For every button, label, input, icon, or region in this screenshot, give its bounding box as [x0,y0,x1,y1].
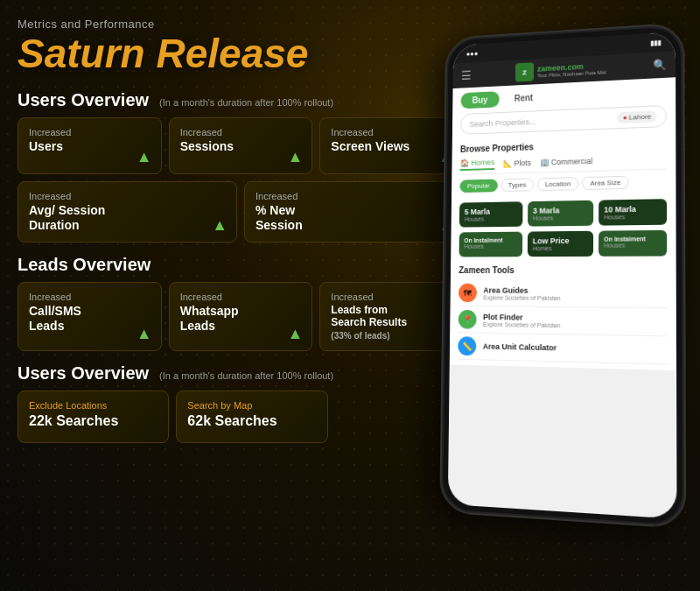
browse-title: Browse Properties [460,137,667,154]
metric-card-call-sms: Increased Call/SMSLeads ▲ [18,282,162,351]
prop-card-3marla[interactable]: 3 Marla Houses [528,201,593,227]
search-label: Search by Map [187,400,316,411]
search-value: 62k Searches [187,413,316,429]
prop-card-10marla[interactable]: 10 Marla Houses [598,199,667,226]
tool-area-unit[interactable]: 📏 Area Unit Calculator [458,333,667,364]
search-label: Exclude Locations [29,400,158,411]
filter-chips: Popular Types Location Area Size [459,175,667,193]
property-grid: 5 Marla Houses 3 Marla Houses 10 Marla H… [451,199,676,257]
card-label: Increased [29,127,150,137]
card-value: Users [29,139,150,154]
search-icon-nav[interactable]: 🔍 [653,59,666,72]
prop-type: Houses [604,214,662,221]
arrow-up-icon: ▲ [136,325,152,343]
card-value: Sessions [180,139,302,154]
prop-size: Low Price [533,236,588,245]
users-overview2-title: Users Overview [18,363,149,383]
area-guides-icon: 🗺 [458,284,477,303]
tool-name: Area Guides [483,285,667,295]
chip-popular[interactable]: Popular [459,179,497,193]
left-content: Metrics and Performance Saturn Release U… [18,18,464,455]
prop-type: Homes [533,245,588,251]
metric-card-whatsapp: Increased WhatsappLeads ▲ [169,282,313,351]
browse-tabs: 🏠 Homes 📐 Plots 🏢 Commercial [460,152,667,175]
prop-type: Houses [464,243,517,249]
chip-area-size[interactable]: Area Size [582,176,628,190]
battery-icon: ▮▮▮ [650,39,661,47]
metric-card-users: Increased Users ▲ [18,117,162,174]
tool-desc: Explore Societies of Pakistan [483,294,667,302]
search-card-map: Search by Map 62k Searches [176,390,327,443]
phone-outer: ●●● ▮▮▮ ☰ Z zameen.com Your Plots, Nasha… [439,23,686,530]
browse-tab-commercial[interactable]: 🏢 Commercial [540,155,593,169]
hamburger-icon[interactable]: ☰ [461,68,472,82]
leads-cards-row: Increased Call/SMSLeads ▲ Increased What… [18,282,464,351]
card-label: Increased [180,292,302,302]
browse-tab-plots[interactable]: 📐 Plots [503,157,531,170]
area-unit-icon: 📏 [458,336,476,355]
leads-overview-section: Leads Overview Increased Call/SMSLeads ▲… [18,255,464,351]
users-cards-row2: Increased Avg/ SessionDuration ▲ Increas… [18,181,464,243]
phone-content-area: Buy Rent Search Properties... ● Lahore B… [450,77,676,370]
tab-rent[interactable]: Rent [502,89,544,108]
prop-card-instalment1[interactable]: On Instalment Houses [459,232,523,257]
search-cards-row: Exclude Locations 22k Searches Search by… [18,390,464,443]
phone-mockup: ●●● ▮▮▮ ☰ Z zameen.com Your Plots, Nasha… [411,26,700,569]
card-value: Call/SMSLeads [29,304,150,334]
zameen-text: zameen.com Your Plots, Nashaan Pata Mat [537,61,606,79]
users-overview-title: Users Overview [18,90,149,110]
tool-name: Area Unit Calculator [483,342,668,355]
card-value: WhatsappLeads [180,304,302,334]
location-dot: ● [623,114,627,122]
card-label: Increased [29,191,226,201]
prop-type: Houses [604,242,662,249]
phone-search-bar[interactable]: Search Properties... ● Lahore [460,105,667,135]
location-badge: ● Lahore [618,110,657,123]
phone-screen: ●●● ▮▮▮ ☰ Z zameen.com Your Plots, Nasha… [448,32,677,519]
metric-card-avg-session: Increased Avg/ SessionDuration ▲ [18,181,237,243]
tab-buy[interactable]: Buy [461,91,500,109]
users-overview2-header: Users Overview (In a month's duration af… [18,363,464,383]
tool-text: Plot Finder Explore Societies of Pakista… [483,313,667,330]
tools-title: Zameen Tools [458,265,667,275]
card-value: Avg/ SessionDuration [29,203,226,233]
signal-icon: ●●● [466,49,479,57]
search-card-exclude: Exclude Locations 22k Searches [18,390,169,443]
users-cards-row1: Increased Users ▲ Increased Sessions ▲ I… [18,117,464,174]
arrow-up-icon: ▲ [288,325,304,343]
card-label: Increased [29,292,150,302]
chip-types[interactable]: Types [500,178,534,192]
tool-text: Area Guides Explore Societies of Pakista… [483,285,667,301]
arrow-up-icon: ▲ [288,148,304,166]
leads-overview-title: Leads Overview [18,255,150,275]
metric-card-sessions: Increased Sessions ▲ [169,117,313,174]
browse-tab-homes[interactable]: 🏠 Homes [460,158,495,171]
prop-card-instalment2[interactable]: On Instalment Houses [598,230,667,257]
page-title: Saturn Release [18,32,464,74]
prop-card-lowprice[interactable]: Low Price Homes [528,231,593,257]
subtitle: Metrics and Performance [18,18,464,31]
arrow-up-icon: ▲ [212,216,228,235]
browse-section: Browse Properties 🏠 Homes 📐 Plots 🏢 Comm… [452,132,676,203]
page-wrapper: Metrics and Performance Saturn Release U… [0,0,700,591]
prop-card-5marla[interactable]: 5 Marla Houses [459,201,522,227]
tool-text: Area Unit Calculator [483,342,668,355]
card-label: Increased [180,127,302,137]
location-text: Lahore [629,113,651,122]
tools-section: Zameen Tools 🗺 Area Guides Explore Socie… [450,260,676,370]
users-overview2-subtitle: (In a month's duration after 100% rollou… [159,370,333,381]
arrow-up-icon: ▲ [136,148,152,166]
tool-desc: Explore Societies of Pakistan [483,320,667,329]
leads-overview-header: Leads Overview [18,255,464,275]
users-overview2-section: Users Overview (In a month's duration af… [18,363,464,443]
prop-type: Houses [465,215,518,222]
chip-location[interactable]: Location [537,177,579,191]
tool-area-guides[interactable]: 🗺 Area Guides Explore Societies of Pakis… [458,280,667,309]
tool-plot-finder[interactable]: 📍 Plot Finder Explore Societies of Pakis… [458,306,668,336]
zameen-logo: Z zameen.com Your Plots, Nashaan Pata Ma… [515,59,606,82]
search-value: 22k Searches [29,413,158,429]
users-overview-section: Users Overview (In a month's duration af… [18,90,464,243]
zameen-icon: Z [515,62,534,81]
users-overview-subtitle: (In a month's duration after 100% rollou… [159,97,333,108]
search-placeholder: Search Properties... [470,117,536,129]
